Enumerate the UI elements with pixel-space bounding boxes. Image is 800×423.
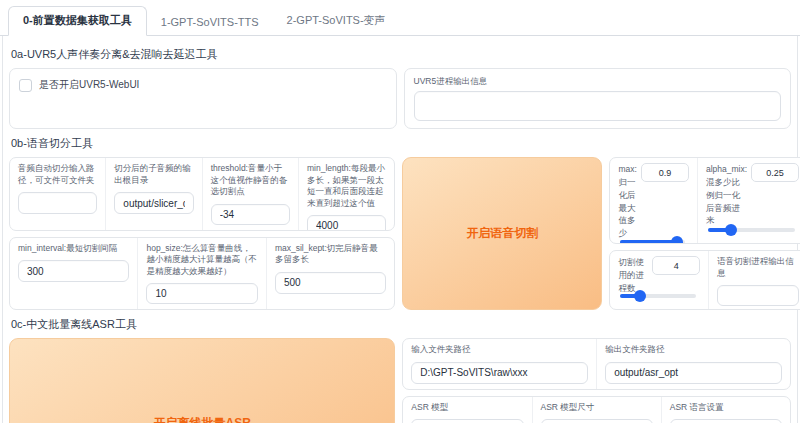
uvr5-output-block: UVR5进程输出信息	[404, 68, 792, 129]
max-sil-kept-label: max_sil_kept:切完后静音最多留多长	[275, 243, 386, 266]
slicer-output-dir-label: 切分后的子音频的输出根目录	[114, 163, 193, 186]
slider-fill	[708, 228, 732, 232]
uvr5-row: 是否开启UVR5-WebUI UVR5进程输出信息	[9, 68, 791, 129]
checkbox-icon[interactable]	[19, 79, 32, 92]
num-processes-input[interactable]	[652, 256, 700, 275]
asr-input-folder-label: 输入文件夹路径	[411, 344, 588, 355]
asr-paths-row: 输入文件夹路径 输出文件夹路径	[402, 338, 791, 389]
tab-dataset-tools[interactable]: 0-前置数据集获取工具	[8, 6, 147, 36]
uvr5-output-label: UVR5进程输出信息	[414, 76, 782, 87]
asr-model-dropdown[interactable]: 达摩 ASR (中文)	[411, 419, 523, 423]
dropdown-cell: ASR 语言设置 zh	[661, 397, 790, 423]
asr-fields: 输入文件夹路径 输出文件夹路径 ASR 模型 达摩 ASR (中文)	[402, 338, 791, 423]
audio-input-path-input[interactable]	[18, 192, 97, 214]
min-length-label: min_length:每段最小多长，如果第一段太短一直和后面段连起来直到超过这个…	[307, 163, 386, 209]
asr-model-size-label: ASR 模型尺寸	[541, 402, 653, 413]
max-sil-kept-input[interactable]	[275, 272, 386, 294]
field-cell: 音频自动切分输入路径，可文件可文件夹	[10, 158, 105, 230]
min-interval-label: min_interval:最短切割间隔	[18, 243, 129, 254]
field-cell: min_interval:最短切割间隔	[10, 238, 137, 310]
max-norm-label: max:归一化后最大值多少	[618, 163, 636, 240]
slicer-output-dir-input[interactable]	[114, 192, 193, 214]
hop-size-label: hop_size:怎么算音量曲线，越小精度越大计算量越高（不是精度越大效果越好）	[146, 243, 257, 277]
section-title-slicer: 0b-语音切分工具	[11, 136, 789, 151]
slider-cell: alpha_mix:混多少比例归一化后音频进来	[697, 158, 800, 243]
slicer-fields-row1: 音频自动切分输入路径，可文件可文件夹 切分后的子音频的输出根目录 thresho…	[9, 157, 395, 231]
uvr5-webui-block: 是否开启UVR5-WebUI	[9, 68, 397, 129]
slicer-fields: 音频自动切分输入路径，可文件可文件夹 切分后的子音频的输出根目录 thresho…	[9, 157, 395, 310]
max-norm-slider[interactable]	[620, 240, 684, 244]
slider-fill	[620, 240, 677, 244]
slicer-output-info-input[interactable]	[717, 285, 799, 306]
asr-output-folder-input[interactable]	[605, 362, 782, 384]
field-cell: 输入文件夹路径	[403, 339, 596, 388]
asr-input-folder-input[interactable]	[411, 362, 588, 384]
slicer-slider-row2: 切割使用的进程数 语音切割进程输出信息	[609, 250, 800, 310]
slicer-output-cell: 语音切割进程输出信息	[708, 251, 800, 309]
tab-gpt-sovits-tts[interactable]: 1-GPT-SoVITS-TTS	[147, 10, 273, 35]
slicer-output-info-label: 语音切割进程输出信息	[717, 256, 799, 279]
slicer-row: 音频自动切分输入路径，可文件可文件夹 切分后的子音频的输出根目录 thresho…	[9, 157, 791, 310]
field-cell: max_sil_kept:切完后静音最多留多长	[266, 238, 394, 310]
section-title-uvr5: 0a-UVR5人声伴奏分离&去混响去延迟工具	[11, 47, 789, 62]
slicer-fields-row2: min_interval:最短切割间隔 hop_size:怎么算音量曲线，越小精…	[9, 237, 395, 311]
max-norm-value-row: max:归一化后最大值多少	[618, 163, 688, 240]
slider-cell: max:归一化后最大值多少	[610, 158, 696, 243]
asr-row: 开启离线批量ASR 输入文件夹路径 输出文件夹路径 ASR 模型	[9, 338, 791, 423]
asr-language-label: ASR 语言设置	[670, 402, 782, 413]
alpha-mix-value-row: alpha_mix:混多少比例归一化后音频进来	[706, 163, 799, 227]
alpha-mix-label: alpha_mix:混多少比例归一化后音频进来	[706, 163, 747, 227]
hop-size-input[interactable]	[146, 283, 257, 304]
asr-language-dropdown[interactable]: zh	[670, 419, 782, 423]
num-processes-value-row: 切割使用的进程数	[618, 256, 700, 294]
field-cell: 切分后的子音频的输出根目录	[105, 158, 201, 230]
max-norm-input[interactable]	[641, 163, 689, 182]
num-processes-label: 切割使用的进程数	[618, 256, 648, 294]
section-title-asr: 0c-中文批量离线ASR工具	[11, 317, 789, 332]
gpt-sovits-webui: 0-前置数据集获取工具 1-GPT-SoVITS-TTS 2-GPT-SoVIT…	[0, 0, 800, 423]
field-cell: min_length:每段最小多长，如果第一段太短一直和后面段连起来直到超过这个…	[298, 158, 394, 230]
field-cell: 输出文件夹路径	[596, 339, 790, 388]
open-asr-button[interactable]: 开启离线批量ASR	[9, 338, 395, 423]
audio-input-path-label: 音频自动切分输入路径，可文件可文件夹	[18, 163, 97, 186]
dropdown-cell: ASR 模型尺寸 large	[532, 397, 661, 423]
asr-model-size-dropdown[interactable]: large	[541, 419, 653, 423]
field-cell: hop_size:怎么算音量曲线，越小精度越大计算量越高（不是精度越大效果越好）	[137, 238, 265, 310]
slider-thumb[interactable]	[671, 236, 683, 244]
alpha-mix-slider[interactable]	[708, 228, 795, 232]
alpha-mix-input[interactable]	[751, 163, 799, 182]
slider-thumb[interactable]	[725, 224, 737, 236]
field-cell: threshold:音量小于这个值视作静音的备选切割点	[202, 158, 298, 230]
uvr5-output-info-input[interactable]	[414, 91, 782, 121]
tab-panel-dataset-tools: 0a-UVR5人声伴奏分离&去混响去延迟工具 是否开启UVR5-WebUI UV…	[2, 36, 798, 423]
uvr5-webui-checkbox-label: 是否开启UVR5-WebUI	[39, 78, 139, 92]
asr-output-folder-label: 输出文件夹路径	[605, 344, 782, 355]
slicer-sliders: max:归一化后最大值多少 alpha_mix:混多少比例归一化后音频进来	[609, 157, 800, 310]
num-processes-slider[interactable]	[620, 294, 696, 298]
min-length-input[interactable]	[307, 215, 386, 231]
dropdown-cell: ASR 模型 达摩 ASR (中文)	[403, 397, 531, 423]
open-slicer-button[interactable]: 开启语音切割	[402, 157, 602, 310]
threshold-label: threshold:音量小于这个值视作静音的备选切割点	[211, 163, 290, 197]
slider-thumb[interactable]	[634, 290, 646, 302]
threshold-input[interactable]	[211, 204, 290, 225]
slicer-slider-row1: max:归一化后最大值多少 alpha_mix:混多少比例归一化后音频进来	[609, 157, 800, 244]
asr-dropdowns-row: ASR 模型 达摩 ASR (中文) ASR 模型尺寸 large	[402, 396, 791, 423]
tab-bar: 0-前置数据集获取工具 1-GPT-SoVITS-TTS 2-GPT-SoVIT…	[0, 0, 800, 36]
uvr5-webui-checkbox-row[interactable]: 是否开启UVR5-WebUI	[19, 76, 387, 92]
asr-model-label: ASR 模型	[411, 402, 523, 413]
slider-cell: 切割使用的进程数	[610, 251, 708, 309]
min-interval-input[interactable]	[18, 260, 129, 282]
slider-fill	[620, 294, 640, 298]
tab-gpt-sovits-voice-change[interactable]: 2-GPT-SoVITS-变声	[273, 7, 400, 35]
